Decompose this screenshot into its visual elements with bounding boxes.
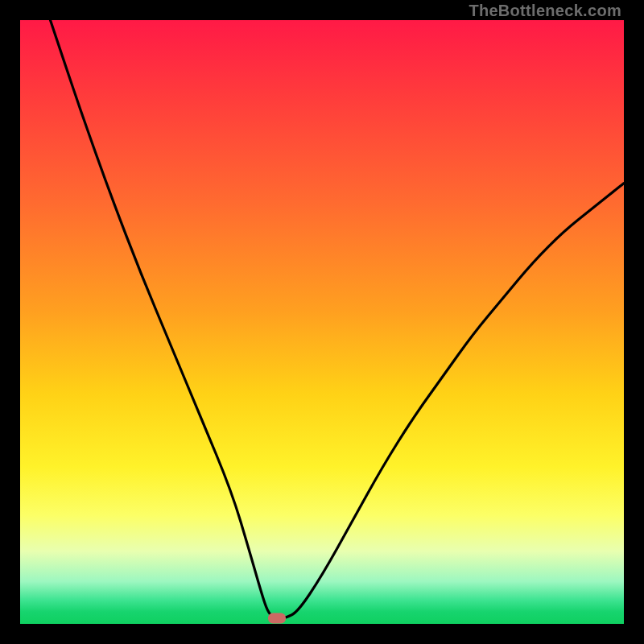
chart-frame bbox=[20, 20, 624, 624]
bottleneck-curve bbox=[20, 20, 624, 624]
watermark-text: TheBottleneck.com bbox=[469, 2, 621, 20]
optimal-point-marker bbox=[268, 613, 286, 623]
